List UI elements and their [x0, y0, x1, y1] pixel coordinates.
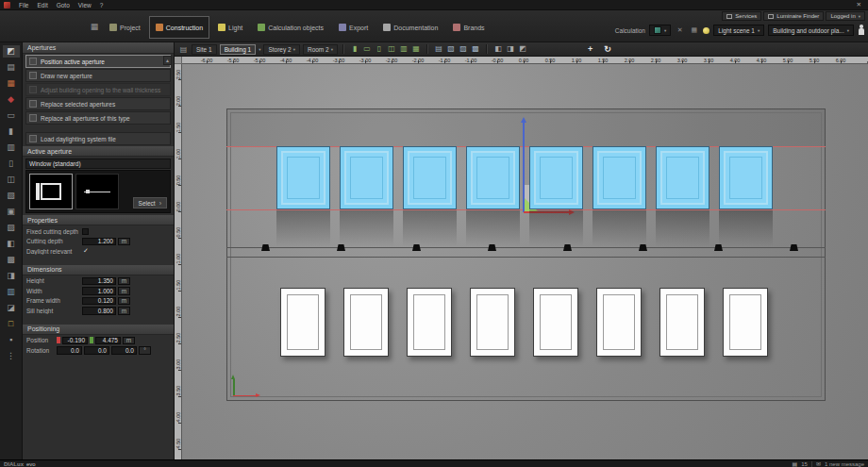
room-tool-icon[interactable]: ▭	[3, 109, 20, 122]
aperture-window-top[interactable]	[593, 146, 646, 209]
aperture-window-bottom[interactable]	[280, 288, 326, 357]
aperture-window-bottom[interactable]	[659, 288, 705, 357]
rotation-y-input[interactable]: 0.0	[84, 346, 109, 355]
position-y-input[interactable]: 4.475	[95, 337, 121, 345]
action-replace-selected-apertures[interactable]: Replace selected apertures	[25, 97, 171, 110]
roof-elements-icon[interactable]: ▦	[410, 44, 422, 55]
position-x-input[interactable]: -0.190	[62, 337, 88, 345]
window-tool-icon[interactable]: ▧	[3, 190, 20, 202]
view-mode-select[interactable]: Building and outdoor pla... ▾	[768, 25, 854, 36]
aperture-window-top[interactable]	[276, 146, 330, 209]
select-aperture-button[interactable]: Select ›	[133, 197, 167, 208]
aperture-window-top[interactable]	[529, 146, 583, 209]
snap-icon[interactable]: ▧	[445, 44, 457, 55]
material-tool-icon[interactable]: ◨	[3, 270, 20, 282]
aperture-window-bottom[interactable]	[533, 288, 578, 357]
aperture-window-top[interactable]	[403, 146, 457, 209]
sill-height-input[interactable]: 0.800	[82, 307, 116, 315]
zone-tool-icon[interactable]: ◪	[3, 302, 20, 314]
panel-scroll-up-button[interactable]: ▲	[163, 56, 172, 65]
logged-in-button[interactable]: Logged in ▾	[826, 11, 865, 21]
breadcrumb-room[interactable]: Room 2 ▾	[303, 44, 338, 55]
aperture-window-bottom[interactable]	[470, 288, 515, 357]
wall-elements-icon[interactable]: ▮	[349, 44, 360, 55]
gizmo-y-axis-arrow[interactable]	[523, 123, 525, 212]
wall-tool-icon[interactable]: ▮	[3, 125, 20, 138]
menu-goto[interactable]: Goto	[57, 2, 70, 8]
window-elements-icon[interactable]: ◫	[386, 44, 397, 55]
measure-tool-icon[interactable]: ▥	[3, 286, 20, 298]
view-plan-icon[interactable]: ◧	[492, 44, 504, 55]
settings-tool-icon[interactable]: ⋮	[3, 350, 20, 362]
breadcrumb-building[interactable]: Building 1	[220, 44, 257, 55]
floor-tool-icon[interactable]: ▯	[3, 158, 20, 170]
column-tool-icon[interactable]: ▨	[3, 222, 20, 234]
aperture-thumbnail-window[interactable]	[29, 174, 73, 209]
building-tool-icon[interactable]: ▦	[3, 77, 20, 90]
view-section-icon[interactable]: ◩	[517, 44, 528, 55]
guides-icon[interactable]: ▨	[458, 44, 469, 55]
active-aperture-name-field[interactable]: Window (standard)	[25, 158, 171, 169]
aperture-window-top[interactable]	[656, 146, 709, 209]
view-3d-icon[interactable]: ◨	[505, 44, 516, 55]
chevron-down-icon[interactable]: ▾	[259, 47, 260, 52]
clear-calculation-icon[interactable]: ✕	[675, 25, 685, 36]
menu-view[interactable]: View	[78, 2, 92, 8]
aperture-window-top[interactable]	[340, 146, 393, 209]
ceiling-tool-icon[interactable]: ▥	[3, 142, 20, 154]
new-message-text[interactable]: 1 new message	[825, 461, 864, 467]
aperture-window-bottom[interactable]	[407, 288, 452, 357]
door-tool-icon[interactable]: ▣	[3, 206, 20, 218]
select-cursor-icon[interactable]: ◩	[3, 45, 20, 58]
site-tool-icon[interactable]: ▤	[3, 61, 20, 74]
roof-tool-icon[interactable]: ◫	[3, 174, 20, 186]
action-load-daylighting-file[interactable]: Load daylighting system file	[25, 132, 171, 145]
structure-tree-icon[interactable]: ▤	[178, 44, 189, 55]
menu-help[interactable]: ?	[100, 2, 104, 8]
services-button[interactable]: Services	[722, 11, 761, 21]
aperture-window-bottom[interactable]	[343, 288, 389, 357]
light-scene-select[interactable]: Light scene 1 ▾	[713, 25, 764, 36]
aperture-window-bottom[interactable]	[723, 288, 768, 357]
observer-person-icon[interactable]	[858, 25, 865, 36]
tab-light[interactable]: Light	[211, 16, 249, 39]
layers-icon[interactable]: ▩	[470, 44, 481, 55]
calculation-mode-dropdown[interactable]: ▾	[649, 25, 671, 36]
tab-construction[interactable]: Construction	[149, 16, 209, 39]
action-draw-new-aperture[interactable]: Draw new aperture	[25, 69, 171, 82]
aperture-window-bottom[interactable]	[596, 288, 642, 357]
sheet-grid-icon[interactable]: ▤	[793, 460, 798, 467]
tab-export[interactable]: Export	[332, 16, 375, 39]
action-replace-all-apertures[interactable]: Replace all apertures of this type	[25, 111, 171, 125]
frame-width-input[interactable]: 0.120	[82, 297, 116, 306]
show-grid-icon[interactable]: ▤	[433, 44, 444, 55]
width-input[interactable]: 1.000	[82, 287, 116, 295]
storey-tool-icon[interactable]: ◆	[3, 93, 20, 106]
height-input[interactable]: 1.350	[82, 277, 116, 286]
mode-menu-icon[interactable]: ▦	[88, 16, 101, 37]
cutout-tool-icon[interactable]: ▩	[3, 254, 20, 266]
menu-file[interactable]: File	[19, 2, 28, 8]
pan-tool-icon[interactable]: +	[588, 44, 593, 54]
rotation-z-input[interactable]: 0.0	[111, 346, 137, 355]
stairs-tool-icon[interactable]: ◧	[3, 238, 20, 250]
cutting-depth-input[interactable]: 1.200	[82, 238, 116, 246]
breadcrumb-storey[interactable]: Storey 2 ▾	[263, 44, 299, 55]
action-position-active-aperture[interactable]: Position active aperture	[25, 55, 171, 68]
calculation-options-icon[interactable]: ▦	[689, 25, 699, 36]
orbit-tool-icon[interactable]: ↻	[604, 44, 611, 54]
rotation-x-input[interactable]: 0.0	[57, 346, 82, 355]
aperture-window-top[interactable]	[719, 146, 773, 209]
daylight-relevant-checkbox[interactable]: ✓	[83, 247, 89, 255]
daylight-tool-icon[interactable]: □	[3, 318, 20, 330]
menu-edit[interactable]: Edit	[37, 2, 47, 8]
luminaire-finder-button[interactable]: Luminaire Finder	[763, 11, 824, 21]
fixed-cutting-depth-checkbox[interactable]	[82, 228, 89, 235]
canvas-viewport[interactable]	[182, 64, 868, 459]
breadcrumb-site[interactable]: Site 1	[192, 44, 217, 55]
object-tool-icon[interactable]: ▪	[3, 334, 20, 346]
aperture-window-top[interactable]	[466, 146, 520, 209]
door-elements-icon[interactable]: ▥	[398, 44, 409, 55]
tab-project[interactable]: Project	[103, 16, 147, 39]
ceiling-elements-icon[interactable]: ▯	[374, 44, 385, 55]
